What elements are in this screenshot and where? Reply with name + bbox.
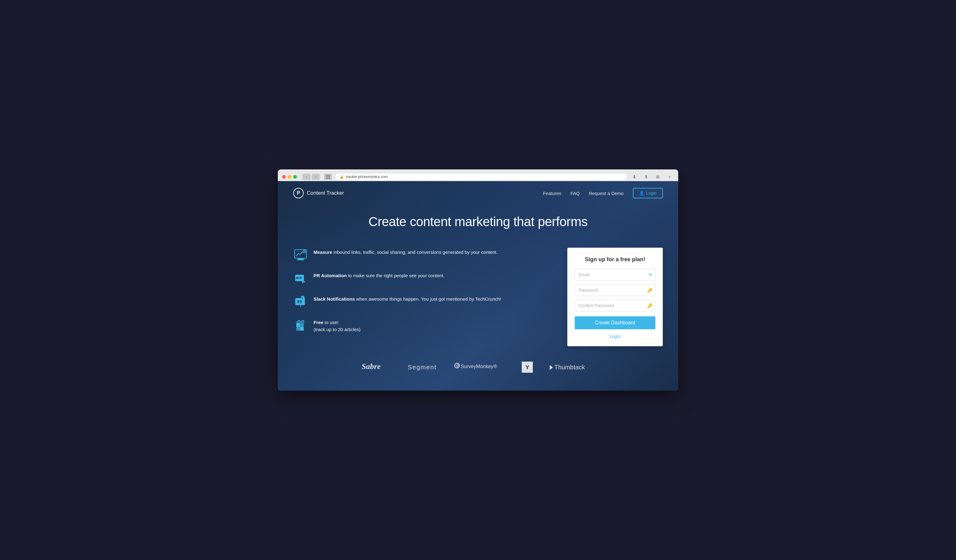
user-icon: 👤: [639, 191, 644, 196]
browser-chrome: ‹ › 🔒 tracker.priceonomics.com ⬇ ⬆ ⊞ ＋: [278, 170, 678, 181]
hero-title: Create content marketing that performs: [293, 214, 663, 229]
partners-section: Sabre Segment SurveyMonkey®: [278, 356, 678, 382]
svg-rect-19: [296, 322, 304, 323]
svg-rect-6: [299, 277, 302, 278]
add-tab-icon[interactable]: ＋: [665, 173, 674, 181]
logo-circle: P: [293, 188, 303, 198]
free-icon: [293, 318, 308, 333]
password-input[interactable]: [575, 284, 656, 296]
signup-title: Sign up for a free plan!: [575, 256, 656, 263]
toolbar-icons: ⬇ ⬆ ⊞ ＋: [630, 173, 674, 181]
url-text: tracker.priceonomics.com: [346, 175, 388, 179]
share-icon[interactable]: ⬆: [642, 173, 651, 181]
password-icon: 🔑: [647, 288, 653, 293]
confirm-password-icon: 🔑: [647, 303, 653, 308]
login-label: Login: [646, 191, 657, 196]
slack-detail: when awesome things happen. You just got…: [355, 296, 501, 302]
svg-rect-2: [297, 260, 305, 260]
minimize-button[interactable]: [288, 175, 291, 179]
browser-nav: ‹ ›: [302, 174, 320, 180]
slack-text: Slack Notifications when awesome things …: [313, 294, 501, 303]
forward-button[interactable]: ›: [312, 174, 320, 180]
email-icon: ✉: [649, 272, 653, 277]
page-content: P Content Tracker Features FAQ Request a…: [278, 181, 678, 390]
fullscreen-button[interactable]: [293, 175, 297, 179]
site-nav: P Content Tracker Features FAQ Request a…: [278, 181, 678, 205]
nav-login-button[interactable]: 👤 Login: [633, 188, 663, 198]
create-dashboard-button[interactable]: Create Dashboard: [575, 316, 656, 329]
slack-icon: 5: [293, 294, 308, 309]
sidebar-button[interactable]: [324, 174, 332, 180]
site-logo: P Content Tracker: [293, 188, 344, 198]
feature-measure: Measure inbound links, traffic, social s…: [293, 248, 555, 263]
logo-text: Content Tracker: [307, 190, 344, 196]
pr-bold: PR Automation: [313, 273, 347, 278]
thumbtack-logo: Thumbtack: [548, 362, 594, 373]
free-bold: Free: [313, 320, 323, 325]
measure-bold: Measure: [313, 250, 332, 255]
close-button[interactable]: [282, 175, 286, 179]
sabre-text: Sabre: [362, 362, 392, 373]
nav-links: Features FAQ Request a Demo 👤 Login: [543, 188, 663, 198]
nav-features[interactable]: Features: [543, 191, 561, 196]
svg-rect-11: [297, 300, 299, 302]
svg-rect-1: [298, 258, 303, 260]
measure-detail: inbound links, traffic, social sharing, …: [332, 250, 498, 255]
login-link[interactable]: Login: [575, 333, 656, 339]
password-field-group: 🔑: [575, 284, 656, 296]
confirm-password-input[interactable]: [575, 300, 656, 311]
measure-text: Measure inbound links, traffic, social s…: [313, 248, 498, 256]
confirm-password-field-group: 🔑: [575, 300, 656, 311]
address-bar[interactable]: 🔒 tracker.priceonomics.com: [335, 173, 627, 181]
svg-text:SurveyMonkey®: SurveyMonkey®: [461, 364, 497, 369]
measure-icon: [293, 248, 308, 263]
svg-text:5: 5: [302, 297, 303, 299]
sabre-logo: Sabre: [362, 362, 392, 373]
lock-icon: 🔒: [340, 175, 344, 179]
nav-demo[interactable]: Request a Demo: [589, 191, 624, 196]
svg-rect-15: [296, 323, 300, 327]
back-button[interactable]: ‹: [302, 174, 310, 180]
ycombinator-logo: Y: [522, 362, 533, 373]
main-layout: Measure inbound links, traffic, social s…: [278, 248, 678, 356]
download-icon[interactable]: ⬇: [630, 173, 639, 181]
svg-text:Segment: Segment: [408, 364, 437, 371]
slack-bold: Slack Notifications: [313, 296, 355, 302]
svg-text:Sabre: Sabre: [362, 362, 381, 371]
free-text: Free to use!(track up to 20 articles): [313, 318, 361, 333]
browser-window: ‹ › 🔒 tracker.priceonomics.com ⬇ ⬆ ⊞ ＋: [278, 170, 678, 390]
svg-rect-7: [299, 278, 302, 279]
feature-free: Free to use!(track up to 20 articles): [293, 318, 555, 333]
features-list: Measure inbound links, traffic, social s…: [293, 248, 555, 333]
svg-rect-12: [300, 300, 302, 302]
browser-top: ‹ › 🔒 tracker.priceonomics.com ⬇ ⬆ ⊞ ＋: [282, 173, 674, 181]
sidebar-icon: [325, 175, 331, 179]
signup-card: Sign up for a free plan! ✉ 🔑 🔑 Create Da…: [567, 248, 663, 346]
email-input[interactable]: [575, 269, 656, 281]
svg-marker-26: [550, 365, 553, 370]
email-field-group: ✉: [575, 269, 656, 281]
new-tab-icon[interactable]: ⊞: [654, 173, 662, 181]
pr-text: PR Automation to make sure the right peo…: [313, 271, 445, 279]
svg-rect-13: [297, 303, 299, 304]
svg-text:Thumbtack: Thumbtack: [554, 364, 585, 371]
svg-rect-16: [296, 327, 300, 330]
segment-logo: Segment: [408, 363, 439, 372]
pr-icon: [293, 271, 308, 286]
pr-detail: to make sure the right people see your c…: [347, 273, 445, 278]
svg-point-5: [296, 277, 299, 279]
svg-rect-14: [300, 303, 302, 304]
feature-slack: 5 Slack Notifications when awesome thing…: [293, 294, 555, 309]
surveymonkey-logo: SurveyMonkey®: [454, 362, 506, 373]
traffic-lights: [282, 175, 297, 179]
hero-section: Create content marketing that performs: [278, 205, 678, 248]
svg-rect-17: [300, 323, 303, 327]
feature-pr: PR Automation to make sure the right peo…: [293, 271, 555, 286]
svg-text:Y: Y: [525, 364, 530, 371]
svg-rect-18: [300, 327, 303, 330]
nav-faq[interactable]: FAQ: [571, 191, 580, 196]
